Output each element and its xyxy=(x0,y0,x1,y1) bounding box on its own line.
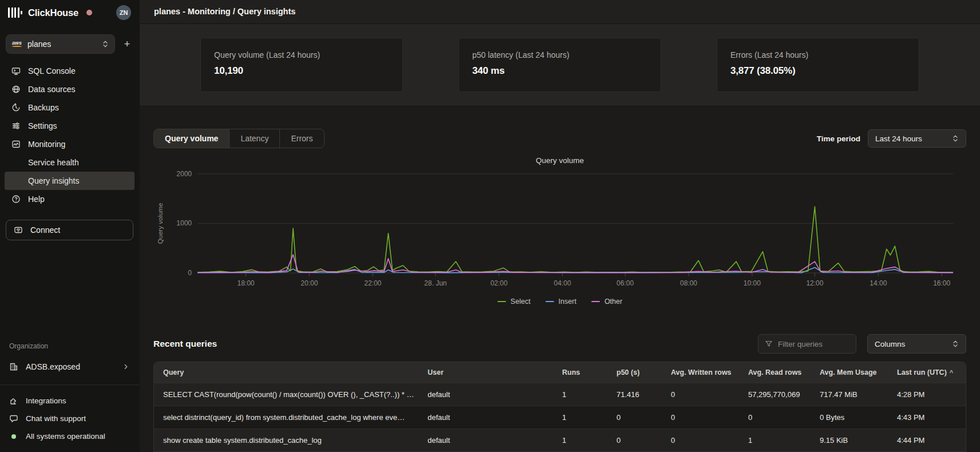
time-period-select[interactable]: Last 24 hours xyxy=(868,129,966,148)
chevron-updown-icon xyxy=(952,134,959,142)
sidebar-item-help[interactable]: Help xyxy=(5,190,135,208)
column-header[interactable]: Avg. Read rows xyxy=(739,368,811,376)
column-header[interactable]: Avg. Written rows xyxy=(662,368,739,376)
x-tick-label: 02:00 xyxy=(491,279,508,287)
avatar[interactable]: ZN xyxy=(116,5,131,20)
recent-queries-header: Recent queries Columns xyxy=(153,334,966,354)
sidebar-item-chat-support[interactable]: Chat with support xyxy=(0,410,139,427)
sidebar-item-label: SQL Console xyxy=(28,66,76,76)
tab-query-volume[interactable]: Query volume xyxy=(154,129,230,148)
brand-name[interactable]: ClickHouse xyxy=(28,7,78,18)
table-body: SELECT CAST(round(pow(count() / max(coun… xyxy=(154,383,966,451)
column-header[interactable]: Avg. Mem Usage xyxy=(811,368,888,376)
table-cell: 1 xyxy=(553,413,607,422)
content: Query volume Latency Errors Time period … xyxy=(140,106,980,452)
legend-label: Select xyxy=(511,298,531,306)
filter-queries-input[interactable] xyxy=(778,340,841,348)
table-cell: default xyxy=(418,390,553,399)
column-header[interactable]: Last run (UTC)^ xyxy=(888,368,966,376)
stat-card-errors: Errors (Last 24 hours) 3,877 (38.05%) xyxy=(717,38,919,92)
table-row[interactable]: show create table system.distributed_cac… xyxy=(154,429,966,451)
sidebar-item-backups[interactable]: Backups xyxy=(5,98,135,117)
main-area: planes - Monitoring / Query insights Que… xyxy=(140,0,980,452)
table-cell: 4:43 PM xyxy=(888,413,966,422)
time-period-control: Time period Last 24 hours xyxy=(817,129,966,148)
column-header[interactable]: User xyxy=(418,368,553,376)
help-icon xyxy=(11,195,21,204)
x-tick-label: 08:00 xyxy=(680,279,697,287)
filter-queries-field[interactable] xyxy=(758,334,856,354)
legend-item-select[interactable]: Select xyxy=(497,298,531,306)
sidebar-item-integrations[interactable]: Integrations xyxy=(0,392,139,410)
columns-label: Columns xyxy=(875,340,905,348)
sidebar-item-query-insights[interactable]: Query insights xyxy=(5,172,135,190)
sidebar-item-label: Settings xyxy=(28,121,57,130)
table-cell: 0 Bytes xyxy=(811,413,888,422)
legend-item-other[interactable]: Other xyxy=(591,298,622,306)
sidebar-item-settings[interactable]: Settings xyxy=(5,117,135,135)
y-axis-label: Query volume xyxy=(157,203,164,244)
organization-name: ADSB.exposed xyxy=(26,362,80,371)
legend-swatch xyxy=(497,301,506,303)
table-row[interactable]: select distrinct(query_id) from system.d… xyxy=(154,406,966,429)
time-period-value: Last 24 hours xyxy=(875,134,922,143)
clickhouse-cloud-app: ClickHouse ZN aws planes + SQL Console xyxy=(0,0,980,452)
chart[interactable]: 01000200018:0020:0022:0028. Jun02:0004:0… xyxy=(153,165,966,294)
stat-value: 3,877 (38.05%) xyxy=(730,65,906,77)
sidebar-item-label: Data sources xyxy=(28,85,75,94)
x-tick-label: 20:00 xyxy=(301,279,318,287)
series-select xyxy=(197,207,953,272)
table-cell: default xyxy=(418,413,553,422)
table-cell: 1 xyxy=(553,390,607,399)
clickhouse-logo-icon[interactable] xyxy=(8,7,22,18)
system-status-label: All systems operational xyxy=(26,432,105,441)
table-cell: 0 xyxy=(739,413,811,422)
sidebar-header: ClickHouse ZN xyxy=(0,0,139,25)
sidebar-item-data-sources[interactable]: Data sources xyxy=(5,80,135,98)
sidebar-item-label: Help xyxy=(28,195,45,204)
table-row[interactable]: SELECT CAST(round(pow(count() / max(coun… xyxy=(154,383,966,406)
sidebar-item-sql-console[interactable]: SQL Console xyxy=(5,62,135,80)
x-tick-label: 18:00 xyxy=(237,279,254,287)
stat-label: Errors (Last 24 hours) xyxy=(730,50,906,60)
table-cell: 4:44 PM xyxy=(888,436,966,445)
data-sources-icon xyxy=(11,85,21,94)
sidebar-nav: SQL Console Data sources Backups Setting… xyxy=(0,61,139,208)
y-tick-label: 2000 xyxy=(176,170,192,178)
query-cell: show create table system.distributed_cac… xyxy=(154,436,418,445)
integrations-icon xyxy=(9,397,18,406)
legend-label: Other xyxy=(604,298,622,306)
sidebar-divider xyxy=(0,384,139,385)
sidebar-item-label: Backups xyxy=(28,103,59,112)
stat-card-query-volume: Query volume (Last 24 hours) 10,190 xyxy=(200,38,403,92)
columns-select[interactable]: Columns xyxy=(867,334,966,354)
x-tick-label: 28. Jun xyxy=(424,279,446,287)
sidebar-item-label: Monitoring xyxy=(28,140,65,149)
funnel-icon xyxy=(765,340,773,348)
table-cell: 0 xyxy=(662,413,739,422)
legend-item-insert[interactable]: Insert xyxy=(546,298,576,306)
table-cell: 0 xyxy=(662,436,739,445)
tab-latency[interactable]: Latency xyxy=(230,129,280,148)
stat-value: 10,190 xyxy=(214,65,389,77)
column-header[interactable]: p50 (s) xyxy=(607,368,662,376)
column-header[interactable]: Runs xyxy=(553,368,607,376)
add-service-button[interactable]: + xyxy=(121,38,133,50)
tab-errors[interactable]: Errors xyxy=(280,129,323,148)
sql-console-icon xyxy=(11,66,21,76)
time-period-label: Time period xyxy=(817,134,860,143)
column-header[interactable]: Query xyxy=(154,368,418,376)
connect-button[interactable]: Connect xyxy=(6,220,133,240)
sidebar-item-monitoring[interactable]: Monitoring xyxy=(5,135,135,153)
stat-label: p50 latency (Last 24 hours) xyxy=(472,50,647,60)
system-status-link[interactable]: All systems operational xyxy=(0,427,139,445)
service-select[interactable]: aws planes xyxy=(6,34,115,54)
organization-section-label: Organization xyxy=(0,342,139,350)
table-cell: 0 xyxy=(607,436,662,445)
sidebar-bottom: Organization ADSB.exposed Integrations xyxy=(0,342,139,452)
sidebar-item-service-health[interactable]: Service health xyxy=(5,153,135,172)
footer-item-label: Chat with support xyxy=(26,414,86,423)
organization-item[interactable]: ADSB.exposed xyxy=(5,357,135,376)
stat-value: 340 ms xyxy=(472,65,647,77)
query-cell: select distrinct(query_id) from system.d… xyxy=(154,413,418,422)
